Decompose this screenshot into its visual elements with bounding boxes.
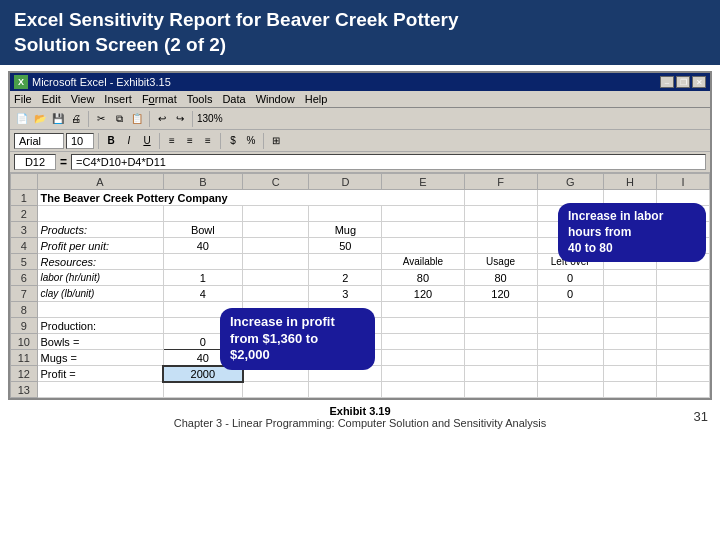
menu-format[interactable]: Format	[142, 93, 177, 105]
formula-input[interactable]: =C4*D10+D4*D11	[71, 154, 706, 170]
align-right-icon[interactable]: ≡	[200, 133, 216, 149]
cell-d3[interactable]: Mug	[309, 222, 382, 238]
restore-button[interactable]: ❐	[676, 76, 690, 88]
cell-e4[interactable]	[382, 238, 464, 254]
cell-c13[interactable]	[243, 382, 309, 398]
save-icon[interactable]: 💾	[50, 111, 66, 127]
cell-f5[interactable]: Usage	[464, 254, 537, 270]
menu-edit[interactable]: Edit	[42, 93, 61, 105]
cell-i9[interactable]	[656, 318, 709, 334]
fontsize-selector[interactable]: 10	[66, 133, 94, 149]
align-center-icon[interactable]: ≡	[182, 133, 198, 149]
cell-i7[interactable]	[656, 286, 709, 302]
align-left-icon[interactable]: ≡	[164, 133, 180, 149]
print-icon[interactable]: 🖨	[68, 111, 84, 127]
cell-b4[interactable]: 40	[163, 238, 243, 254]
cell-a2[interactable]	[37, 206, 163, 222]
redo-icon[interactable]: ↪	[172, 111, 188, 127]
col-header-b[interactable]: B	[163, 174, 243, 190]
cell-f2[interactable]	[464, 206, 537, 222]
menu-view[interactable]: View	[71, 93, 95, 105]
cell-d4[interactable]: 50	[309, 238, 382, 254]
percent-icon[interactable]: %	[243, 133, 259, 149]
cell-a13[interactable]	[37, 382, 163, 398]
cell-h7[interactable]	[603, 286, 656, 302]
bold-icon[interactable]: B	[103, 133, 119, 149]
col-header-i[interactable]: I	[656, 174, 709, 190]
cell-e13[interactable]	[382, 382, 464, 398]
paste-icon[interactable]: 📋	[129, 111, 145, 127]
col-header-e[interactable]: E	[382, 174, 464, 190]
menu-insert[interactable]: Insert	[104, 93, 132, 105]
underline-icon[interactable]: U	[139, 133, 155, 149]
menu-file[interactable]: File	[14, 93, 32, 105]
cell-f9[interactable]	[464, 318, 537, 334]
col-header-h[interactable]: H	[603, 174, 656, 190]
cell-f8[interactable]	[464, 302, 537, 318]
cell-g8[interactable]	[537, 302, 603, 318]
cell-d6[interactable]: 2	[309, 270, 382, 286]
cell-g10[interactable]	[537, 334, 603, 350]
cell-i8[interactable]	[656, 302, 709, 318]
borders-icon[interactable]: ⊞	[268, 133, 284, 149]
cell-h9[interactable]	[603, 318, 656, 334]
cell-i6[interactable]	[656, 270, 709, 286]
cell-c4[interactable]	[243, 238, 309, 254]
cell-reference-box[interactable]: D12	[14, 154, 56, 170]
cell-c3[interactable]	[243, 222, 309, 238]
cell-a4[interactable]: Profit per unit:	[37, 238, 163, 254]
cell-i12[interactable]	[656, 366, 709, 382]
cell-b2[interactable]	[163, 206, 243, 222]
cell-e2[interactable]	[382, 206, 464, 222]
cell-e3[interactable]	[382, 222, 464, 238]
cell-c5[interactable]	[243, 254, 309, 270]
cell-d7[interactable]: 3	[309, 286, 382, 302]
col-header-f[interactable]: F	[464, 174, 537, 190]
currency-icon[interactable]: $	[225, 133, 241, 149]
cell-h12[interactable]	[603, 366, 656, 382]
cell-f11[interactable]	[464, 350, 537, 366]
cell-i11[interactable]	[656, 350, 709, 366]
italic-icon[interactable]: I	[121, 133, 137, 149]
cell-h10[interactable]	[603, 334, 656, 350]
font-selector[interactable]: Arial	[14, 133, 64, 149]
cell-a6[interactable]: labor (hr/unit)	[37, 270, 163, 286]
cell-c6[interactable]	[243, 270, 309, 286]
cell-a11[interactable]: Mugs =	[37, 350, 163, 366]
cell-h8[interactable]	[603, 302, 656, 318]
cell-c2[interactable]	[243, 206, 309, 222]
cell-d13[interactable]	[309, 382, 382, 398]
cell-g13[interactable]	[537, 382, 603, 398]
cell-c7[interactable]	[243, 286, 309, 302]
col-header-c[interactable]: C	[243, 174, 309, 190]
cell-d2[interactable]	[309, 206, 382, 222]
cell-a10[interactable]: Bowls =	[37, 334, 163, 350]
open-icon[interactable]: 📂	[32, 111, 48, 127]
cell-f1[interactable]	[464, 190, 537, 206]
cell-a5[interactable]: Resources:	[37, 254, 163, 270]
cell-h11[interactable]	[603, 350, 656, 366]
cell-a7[interactable]: clay (lb/unit)	[37, 286, 163, 302]
cell-e7[interactable]: 120	[382, 286, 464, 302]
cell-a8[interactable]	[37, 302, 163, 318]
cut-icon[interactable]: ✂	[93, 111, 109, 127]
cell-d5[interactable]	[309, 254, 382, 270]
cell-f3[interactable]	[464, 222, 537, 238]
cell-e5[interactable]: Available	[382, 254, 464, 270]
close-button[interactable]: ✕	[692, 76, 706, 88]
cell-g12[interactable]	[537, 366, 603, 382]
col-header-a[interactable]: A	[37, 174, 163, 190]
new-icon[interactable]: 📄	[14, 111, 30, 127]
cell-a1[interactable]: The Beaver Creek Pottery Company	[37, 190, 464, 206]
cell-f4[interactable]	[464, 238, 537, 254]
cell-f12[interactable]	[464, 366, 537, 382]
cell-e8[interactable]	[382, 302, 464, 318]
cell-b7[interactable]: 4	[163, 286, 243, 302]
cell-f6[interactable]: 80	[464, 270, 537, 286]
menu-help[interactable]: Help	[305, 93, 328, 105]
cell-g6[interactable]: 0	[537, 270, 603, 286]
col-header-g[interactable]: G	[537, 174, 603, 190]
cell-i13[interactable]	[656, 382, 709, 398]
cell-b13[interactable]	[163, 382, 243, 398]
cell-g9[interactable]	[537, 318, 603, 334]
